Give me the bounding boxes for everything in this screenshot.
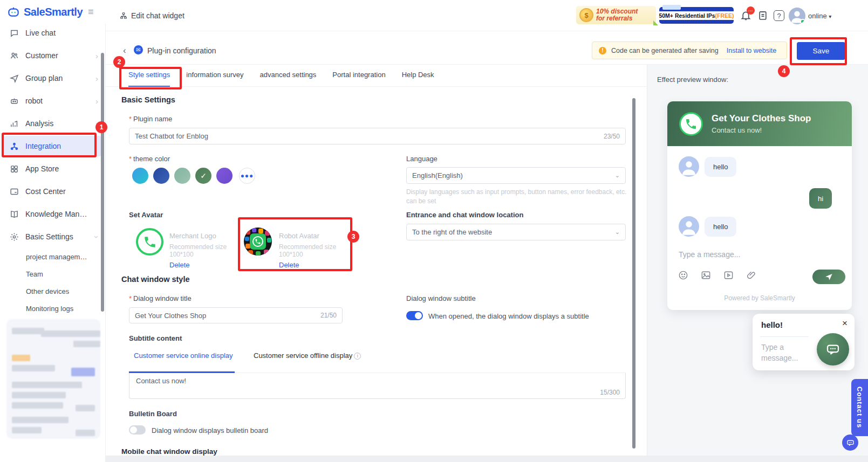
- sidebar-scrollbar[interactable]: [101, 53, 104, 312]
- annotation-badge-2: 2: [113, 56, 125, 68]
- referral-promo-banner[interactable]: $ 10% discountfor referrals: [576, 6, 656, 24]
- sidebar-item-live-chat[interactable]: Live chat: [0, 22, 106, 44]
- theme-swatch-purple[interactable]: [216, 168, 233, 184]
- app-tile: [258, 229, 263, 233]
- robot-avatar[interactable]: [244, 227, 272, 256]
- annotation-badge-4: 4: [778, 65, 790, 77]
- emoji-icon[interactable]: [678, 270, 688, 280]
- online-status-label: online: [808, 12, 827, 20]
- theme-swatch-navy[interactable]: [153, 168, 169, 184]
- entrance-location-value: To the right of the website: [412, 228, 492, 236]
- residential-ips-promo-banner[interactable]: 50M+ Residential IPs(FREE): [659, 7, 734, 24]
- entrance-location-select[interactable]: To the right of the website ⌄: [406, 224, 626, 240]
- tab-help-desk[interactable]: Help Desk: [402, 71, 434, 87]
- powered-by-label: Powered by SaleSmartly: [667, 294, 852, 302]
- theme-color-label: *theme color: [129, 155, 170, 163]
- tab-information-survey[interactable]: information survey: [186, 71, 243, 87]
- contact-chat-icon[interactable]: [842, 435, 858, 451]
- save-button[interactable]: Save: [797, 42, 845, 60]
- subtitle-content-counter: 15/300: [600, 389, 620, 396]
- install-to-website-link[interactable]: Install to website: [727, 47, 776, 54]
- sidebar-item-label: Analysis: [25, 119, 89, 128]
- visitor-avatar: [679, 216, 699, 237]
- send-button[interactable]: [812, 270, 845, 284]
- sidebar-subitem-label: project managem…: [26, 253, 87, 261]
- dialog-title-counter: 21/50: [320, 312, 337, 319]
- theme-swatch-sage[interactable]: [174, 168, 190, 184]
- close-icon[interactable]: ×: [842, 318, 848, 329]
- theme-swatch-blue[interactable]: [132, 168, 148, 184]
- tab-portal-integration[interactable]: Portal integration: [332, 71, 385, 87]
- tab-advanced-settings[interactable]: advanced settings: [260, 71, 317, 87]
- subtitle-content-textarea[interactable]: Contact us now! 15/300: [129, 373, 626, 399]
- coin-icon: $: [579, 8, 593, 22]
- dialog-subtitle-toggle-text: When opened, the dialog window displays …: [428, 312, 589, 320]
- sidebar-item-cost-center[interactable]: Cost Center: [0, 180, 106, 203]
- required-asterisk: *: [129, 155, 132, 163]
- warning-text: Code can be generated after saving: [611, 47, 719, 54]
- sidebar-subitem-team[interactable]: Team: [0, 265, 106, 282]
- info-icon: i: [354, 353, 361, 360]
- dialog-subtitle-toggle[interactable]: [406, 311, 423, 320]
- merchant-logo-avatar[interactable]: [136, 228, 163, 256]
- plugin-chat-icon: ✉: [134, 45, 143, 54]
- grid-icon: [10, 164, 19, 174]
- menu-collapse-icon[interactable]: ≡: [88, 6, 94, 18]
- notification-bell-icon[interactable]: ⋯: [740, 10, 752, 22]
- more-colors-button[interactable]: ●●●: [239, 168, 255, 184]
- merchant-logo-delete-link[interactable]: Delete: [169, 261, 190, 269]
- sidebar-subitem-monitoring-logs[interactable]: Monitoring logs: [0, 300, 106, 317]
- image-icon[interactable]: [701, 270, 711, 280]
- sidebar-item-label: Basic Settings: [25, 232, 89, 241]
- sidebar-item-integration[interactable]: Integration: [4, 136, 101, 156]
- help-icon[interactable]: ?: [774, 10, 785, 22]
- annotation-badge-1: 1: [95, 121, 107, 133]
- sidebar-item-knowledge[interactable]: Knowledge Man…: [0, 203, 106, 225]
- bulletin-board-toggle[interactable]: [129, 425, 146, 435]
- sidebar-subitem-project-management[interactable]: project managem…: [0, 248, 106, 265]
- plugin-name-input[interactable]: Test Chatbot for Enblog 23/50: [129, 128, 626, 144]
- contact-us-tab[interactable]: Contact us: [851, 379, 868, 436]
- topbar: Edit chat widget $ 10% discountfor refer…: [106, 0, 868, 31]
- plugin-name-counter: 23/50: [604, 133, 620, 140]
- theme-swatch-green-selected[interactable]: ✓: [195, 168, 211, 184]
- popup-message-placeholder[interactable]: Type a message...: [761, 342, 810, 363]
- chevron-right-icon: ›: [95, 51, 98, 60]
- back-button[interactable]: ‹: [123, 45, 126, 56]
- language-hint: Display languages such as input prompts,…: [406, 188, 628, 206]
- chat-launcher-button[interactable]: [817, 333, 849, 366]
- subtab-online-display[interactable]: Customer service online display: [134, 351, 233, 360]
- sidebar-item-label: App Store: [25, 164, 98, 173]
- sidebar-item-customer[interactable]: Customer ›: [0, 44, 106, 67]
- language-select[interactable]: English(English) ⌄: [406, 167, 626, 184]
- tab-style-settings[interactable]: Style settings: [128, 71, 170, 87]
- sidebar-item-group-plan[interactable]: Group plan ›: [0, 67, 106, 89]
- sidebar-subitem-other-devices[interactable]: Other devices: [0, 282, 106, 300]
- attachment-icon[interactable]: [746, 270, 756, 280]
- dialog-title-input[interactable]: Get Your Clothes Shop 21/50: [129, 307, 343, 323]
- sidebar-item-app-store[interactable]: App Store: [0, 157, 106, 180]
- chat-widget-subtitle: Contact us now!: [712, 126, 811, 134]
- plugin-name-label: *Plugin name: [129, 115, 172, 123]
- online-status-dot: [800, 19, 805, 24]
- message-input-placeholder[interactable]: Type a message...: [679, 250, 740, 259]
- robot-avatar-delete-link[interactable]: Delete: [279, 261, 299, 269]
- content-scrollbar[interactable]: [632, 98, 635, 449]
- whatsapp-logo: [679, 112, 703, 136]
- required-asterisk: *: [129, 294, 132, 302]
- app-tile: [248, 250, 253, 254]
- notification-badge: ⋯: [747, 6, 755, 15]
- settings-tabs: Style settings information survey advanc…: [128, 71, 434, 87]
- sidebar-item-robot[interactable]: robot ›: [0, 89, 106, 112]
- online-status-dropdown[interactable]: online ▾: [808, 12, 831, 20]
- sidebar-item-label: Integration: [25, 142, 94, 150]
- clipboard-icon[interactable]: [757, 10, 769, 22]
- sidebar-item-analysis[interactable]: Analysis ›: [0, 112, 106, 135]
- video-icon[interactable]: [723, 270, 734, 280]
- sidebar-item-label: Knowledge Man…: [25, 210, 98, 218]
- sidebar-subitem-label: Monitoring logs: [26, 305, 73, 313]
- user-avatar[interactable]: [789, 8, 805, 24]
- sidebar-item-basic-settings[interactable]: Basic Settings ›: [0, 225, 106, 248]
- subtab-offline-display[interactable]: Customer service offline displayi: [254, 351, 361, 360]
- bulletin-board-label: Bulletin Board: [129, 410, 177, 418]
